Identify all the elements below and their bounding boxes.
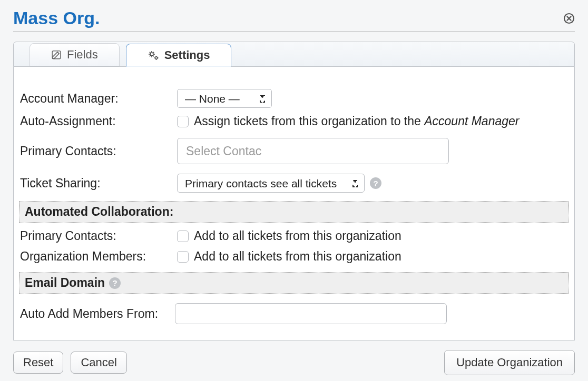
gears-icon (148, 50, 159, 61)
svg-point-11 (155, 57, 157, 59)
update-organization-button[interactable]: Update Organization (444, 350, 575, 375)
row-collab-org-members: Organization Members: Add to all tickets… (19, 246, 569, 267)
collab-primary-contacts-text: Add to all tickets from this organizatio… (194, 229, 401, 243)
auto-assignment-checkbox[interactable] (177, 116, 189, 127)
collab-org-members-checkbox[interactable] (177, 251, 189, 263)
section-automated-collaboration: Automated Collaboration: (19, 201, 569, 223)
help-icon[interactable]: ? (370, 177, 381, 189)
label-collab-primary-contacts: Primary Contacts: (19, 229, 177, 243)
svg-line-7 (149, 52, 150, 53)
row-ticket-sharing: Ticket Sharing: Primary contacts see all… (19, 171, 569, 196)
close-icon (563, 13, 575, 24)
primary-contacts-input[interactable] (177, 138, 449, 164)
row-account-manager: Account Manager: — None — (19, 86, 569, 111)
header: Mass Org. (13, 8, 575, 32)
svg-line-9 (149, 56, 150, 56)
collab-org-members-text: Add to all tickets from this organizatio… (194, 249, 401, 264)
row-auto-add-members: Auto Add Members From: (19, 297, 569, 326)
svg-line-8 (153, 56, 153, 56)
page-title: Mass Org. (13, 8, 100, 28)
row-primary-contacts: Primary Contacts: (19, 132, 569, 171)
row-collab-primary-contacts: Primary Contacts: Add to all tickets fro… (19, 226, 569, 246)
help-icon[interactable]: ? (109, 277, 121, 289)
cancel-button[interactable]: Cancel (71, 352, 126, 374)
account-manager-select[interactable]: — None — (177, 89, 272, 108)
section-email-domain: Email Domain ? (19, 272, 569, 294)
auto-add-members-input[interactable] (175, 303, 447, 324)
svg-line-10 (153, 52, 153, 53)
label-account-manager: Account Manager: (19, 92, 177, 106)
label-auto-add-members: Auto Add Members From: (19, 307, 175, 321)
tab-settings[interactable]: Settings (126, 44, 232, 67)
label-auto-assignment: Auto-Assignment: (19, 114, 177, 128)
tab-fields[interactable]: Fields (30, 43, 120, 66)
dialog: Mass Org. Fields Settings (0, 0, 588, 381)
collab-primary-contacts-checkbox[interactable] (177, 230, 189, 242)
close-button[interactable] (563, 13, 575, 24)
tab-strip: Fields Settings (13, 42, 575, 67)
svg-rect-1 (52, 51, 61, 59)
edit-icon (51, 49, 62, 60)
label-collab-org-members: Organization Members: (19, 249, 177, 264)
svg-point-2 (150, 53, 153, 56)
auto-assignment-text: Assign tickets from this organization to… (194, 114, 519, 128)
tab-fields-label: Fields (67, 48, 98, 62)
reset-button[interactable]: Reset (13, 352, 63, 374)
footer: Reset Cancel Update Organization (13, 350, 575, 375)
row-auto-assignment: Auto-Assignment: Assign tickets from thi… (19, 111, 569, 132)
label-ticket-sharing: Ticket Sharing: (19, 176, 177, 190)
settings-panel: Account Manager: — None — Auto-Assignmen… (13, 67, 575, 340)
ticket-sharing-select[interactable]: Primary contacts see all tickets (177, 174, 365, 193)
label-primary-contacts: Primary Contacts: (19, 144, 177, 158)
tab-settings-label: Settings (164, 48, 210, 62)
